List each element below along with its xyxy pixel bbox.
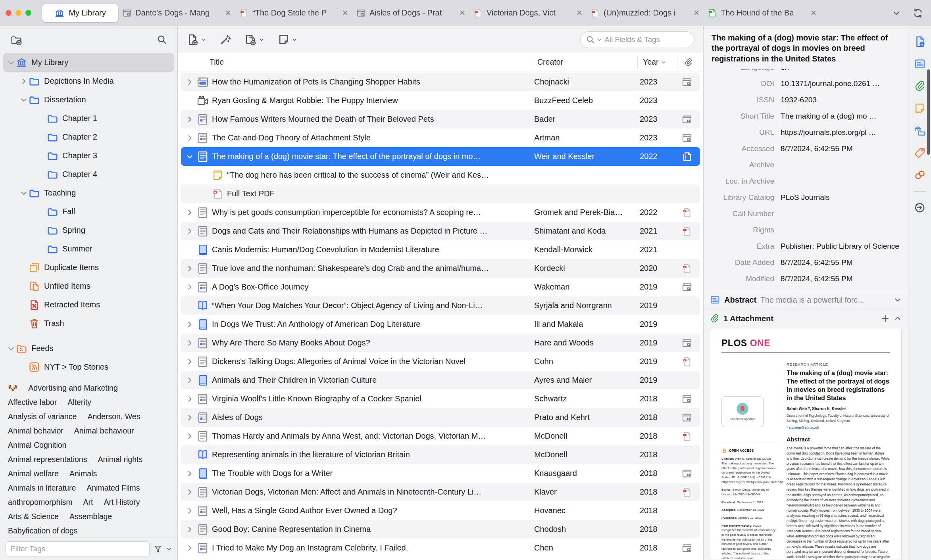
chevron-up-icon[interactable] [894, 315, 902, 322]
related-icon[interactable] [914, 169, 926, 181]
item-row-true-love-and-the-nonhuman-shakespeare-s[interactable]: True love and the nonhuman: Shakespeare'… [181, 259, 700, 278]
item-row-when-your-dog-matches-your-decor-object-[interactable]: “When Your Dog Matches Your Decor”: Obje… [181, 296, 700, 315]
info-icon[interactable] [914, 36, 926, 48]
twisty-icon[interactable] [186, 488, 194, 496]
twisty-icon[interactable] [186, 134, 194, 142]
item-row-virginia-woolf-s-little-known-biography-[interactable]: Virginia Woolf's Little-Known Biography … [181, 389, 700, 408]
twisty-icon[interactable] [186, 525, 194, 533]
close-tab-icon[interactable]: ✕ [459, 8, 466, 17]
item-row-dogs-and-cats-and-their-relationships-wi[interactable]: Dogs and Cats and Their Relationships wi… [181, 222, 700, 240]
collection-chapter-1[interactable]: Chapter 1 [3, 109, 174, 128]
column-header-title[interactable]: Title [181, 53, 532, 71]
collection-dissertation[interactable]: Dissertation [3, 90, 174, 109]
field-language[interactable]: Languageen [704, 69, 908, 75]
scrollbar-thumb[interactable] [927, 69, 930, 155]
locate-icon[interactable] [914, 202, 926, 214]
tab-victorian-dogs-vict[interactable]: Victorian Dogs, Vict✕ [469, 0, 587, 26]
twisty-icon[interactable] [186, 115, 194, 123]
column-header-creator[interactable]: Creator [532, 53, 637, 71]
items-search-box[interactable] [580, 31, 694, 48]
new-item-button[interactable] [187, 34, 206, 46]
tag-alterity[interactable]: Alterity [67, 398, 91, 407]
twisty-icon[interactable] [186, 376, 194, 384]
item-row-aisles-of-dogs[interactable]: Aisles of DogsPrato and Kehrt2018 [181, 408, 700, 427]
add-by-identifier-button[interactable] [219, 34, 231, 46]
tag-anthropomorphism[interactable]: anthropomorphism [8, 498, 73, 506]
tab-the-dog-stole-the-p[interactable]: “The Dog Stole the P✕ [235, 0, 352, 26]
sync-icon[interactable] [913, 8, 923, 18]
field-accessed[interactable]: Accessed8/7/2024, 6:42:55 PM [704, 140, 908, 157]
tag-animated-films[interactable]: Animated Films [87, 483, 140, 492]
item-row-how-the-humanization-of-pets-is-changing[interactable]: How the Humanization of Pets Is Changing… [181, 73, 700, 91]
twisty-icon[interactable] [186, 78, 194, 86]
tag-animals[interactable]: Animals [69, 469, 97, 478]
item-row-the-dog-hero-has-been-critical-to-the-su[interactable]: “The dog hero has been critical to the s… [181, 166, 700, 184]
tag-animal-cognition[interactable]: Animal Cognition [8, 441, 66, 449]
item-row-victorian-dogs-victorian-men-affect-and-[interactable]: Victorian Dogs, Victorian Men: Affect an… [181, 483, 700, 501]
tag-art-history[interactable]: Art History [104, 498, 140, 506]
collection-chapter-2[interactable]: Chapter 2 [3, 128, 174, 146]
tab-the-hound-of-the-ba[interactable]: The Hound of the Ba✕ [704, 0, 821, 26]
close-tab-icon[interactable]: ✕ [810, 8, 817, 17]
abstract-section[interactable]: Abstract The media is a powerful forc… [704, 291, 908, 309]
collection-spring[interactable]: Spring [3, 221, 174, 240]
new-note-button[interactable] [278, 34, 297, 46]
tab-dante-s-dogs-mang[interactable]: Dante's Dogs - Mang✕ [118, 0, 235, 26]
twisty-icon[interactable] [186, 470, 194, 478]
tag-anderson-wes[interactable]: Anderson, Wes [87, 412, 140, 421]
twisty-icon[interactable] [186, 283, 194, 291]
close-tab-icon[interactable]: ✕ [693, 8, 700, 17]
tag-advertising-and-marketing[interactable]: Advertising and Marketing [28, 384, 117, 392]
tab-my-library[interactable]: My Library [42, 4, 118, 22]
item-row-well-has-a-single-good-author-ever-owned[interactable]: Well, Has a Single Good Author Ever Owne… [181, 501, 700, 520]
collection-my-library[interactable]: My Library [3, 53, 174, 72]
close-tab-icon[interactable]: ✕ [225, 8, 231, 17]
tag-babyfication-of-dogs[interactable]: Babyfication of dogs [8, 526, 78, 535]
collection-chapter-3[interactable]: Chapter 3 [3, 146, 174, 165]
new-collection-button[interactable] [10, 34, 22, 46]
twisty-icon[interactable] [20, 96, 28, 104]
collection-unfiled-items[interactable]: Unfiled Items [3, 277, 174, 295]
twisty-icon[interactable] [186, 414, 194, 422]
tag-assemblage[interactable]: Assemblage [69, 512, 112, 521]
field-archive[interactable]: Archive [704, 157, 908, 173]
item-row-the-making-of-a-dog-movie-star-the-effec[interactable]: The making of a (dog) movie star: The ef… [181, 147, 700, 166]
attachments-section-header[interactable]: 1 Attachment [704, 309, 908, 326]
item-row-the-trouble-with-dogs-for-a-writer[interactable]: The Trouble with Dogs for a WriterKnausg… [181, 464, 700, 483]
column-header-attachment[interactable] [677, 53, 700, 71]
collection-fall[interactable]: Fall [3, 202, 174, 221]
twisty-icon[interactable] [186, 265, 194, 272]
tab-overflow-chevron-icon[interactable] [892, 9, 901, 17]
item-row-why-are-there-so-many-books-about-dogs[interactable]: Why Are There So Many Books About Dogs?H… [181, 334, 700, 352]
twisty-icon[interactable] [186, 432, 194, 440]
tag-animal-behavior[interactable]: Animal behavior [8, 426, 63, 435]
twisty-icon[interactable] [20, 77, 28, 85]
item-row-how-famous-writers-mourned-the-death-of-[interactable]: How Famous Writers Mourned the Death of … [181, 110, 700, 128]
field-call-number[interactable]: Call Number [704, 205, 908, 222]
item-row-in-dogs-we-trust-an-anthology-of-america[interactable]: In Dogs We Trust: An Anthology of Americ… [181, 315, 700, 334]
tag-arts-science[interactable]: Arts & Science [8, 512, 59, 521]
item-row-animals-and-their-children-in-victorian-[interactable]: Animals and Their Children in Victorian … [181, 371, 700, 389]
twisty-icon[interactable] [186, 209, 194, 217]
collection-duplicate-items[interactable]: Duplicate Items [3, 258, 174, 277]
attachments-icon[interactable] [914, 80, 926, 92]
tag-animal-welfare[interactable]: Animal welfare [8, 469, 59, 478]
chevron-down-icon[interactable] [596, 37, 602, 42]
abstract-icon[interactable] [914, 58, 926, 70]
twisty-icon[interactable] [186, 227, 194, 235]
tab-un-muzzled-dogs-i[interactable]: (Un)muzzled: Dogs i✕ [587, 0, 704, 26]
notes-icon[interactable] [914, 102, 926, 114]
chevron-down-icon[interactable] [894, 296, 902, 304]
filter-icon[interactable] [154, 545, 162, 553]
tag-art[interactable]: Art [83, 498, 93, 506]
collection-trash[interactable]: Trash [3, 314, 174, 333]
collection-chapter-4[interactable]: Chapter 4 [3, 165, 174, 184]
tag-affective-labor[interactable]: Affective labor [8, 398, 57, 407]
twisty-icon[interactable] [186, 507, 194, 515]
add-attachment-icon[interactable] [881, 314, 890, 323]
twisty-icon[interactable] [186, 320, 194, 328]
item-row-representing-animals-in-the-literature-o[interactable]: Representing animals in the literature o… [181, 445, 700, 464]
field-doi[interactable]: DOI10.1371/journal.pone.0261 … [704, 75, 908, 92]
zoom-window-button[interactable] [25, 10, 31, 16]
collection-retracted-items[interactable]: Retracted Items [3, 295, 174, 314]
